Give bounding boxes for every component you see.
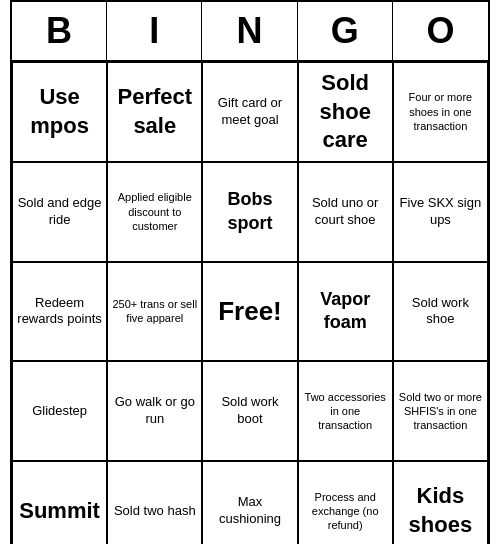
header-b: B (12, 2, 107, 60)
bingo-cell-6: Applied eligible discount to customer (107, 162, 202, 262)
bingo-cell-15: Glidestep (12, 361, 107, 461)
bingo-cell-23: Process and exchange (no refund) (298, 461, 393, 544)
bingo-cell-11: 250+ trans or sell five apparel (107, 262, 202, 362)
bingo-cell-10: Redeem rewards points (12, 262, 107, 362)
bingo-cell-5: Sold and edge ride (12, 162, 107, 262)
bingo-cell-18: Two accessories in one transaction (298, 361, 393, 461)
bingo-card: B I N G O Use mposPerfect saleGift card … (10, 0, 490, 544)
bingo-cell-12: Free! (202, 262, 297, 362)
bingo-cell-19: Sold two or more SHFIS's in one transact… (393, 361, 488, 461)
header-i: I (107, 2, 202, 60)
bingo-cell-16: Go walk or go run (107, 361, 202, 461)
bingo-cell-13: Vapor foam (298, 262, 393, 362)
bingo-cell-7: Bobs sport (202, 162, 297, 262)
bingo-cell-21: Sold two hash (107, 461, 202, 544)
bingo-cell-4: Four or more shoes in one transaction (393, 62, 488, 162)
bingo-cell-9: Five SKX sign ups (393, 162, 488, 262)
header-n: N (202, 2, 297, 60)
bingo-header: B I N G O (12, 2, 488, 62)
bingo-cell-2: Gift card or meet goal (202, 62, 297, 162)
bingo-cell-17: Sold work boot (202, 361, 297, 461)
bingo-cell-8: Sold uno or court shoe (298, 162, 393, 262)
bingo-cell-14: Sold work shoe (393, 262, 488, 362)
bingo-cell-1: Perfect sale (107, 62, 202, 162)
bingo-cell-20: Summit (12, 461, 107, 544)
bingo-cell-0: Use mpos (12, 62, 107, 162)
header-g: G (298, 2, 393, 60)
bingo-grid: Use mposPerfect saleGift card or meet go… (12, 62, 488, 544)
header-o: O (393, 2, 488, 60)
bingo-cell-3: Sold shoe care (298, 62, 393, 162)
bingo-cell-22: Max cushioning (202, 461, 297, 544)
bingo-cell-24: Kids shoes (393, 461, 488, 544)
